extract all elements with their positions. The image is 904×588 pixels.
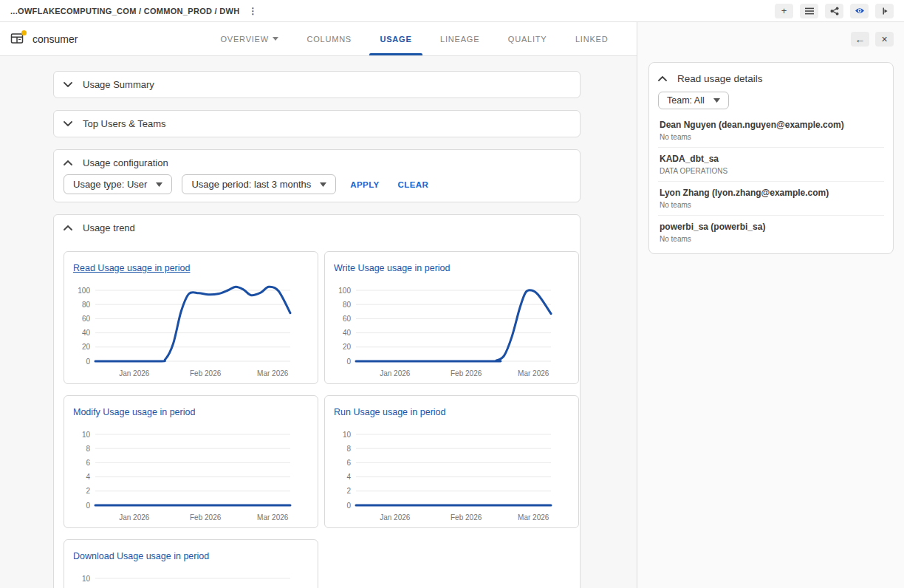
chart-card-read-usage: Read Usage usage in period 020406080100J… (64, 251, 318, 384)
chart-title-link[interactable]: Write Usage usage in period (334, 263, 451, 273)
chart-title-link[interactable]: Read Usage usage in period (73, 263, 190, 273)
chart-title-link[interactable]: Modify Usage usage in period (73, 407, 195, 417)
dropdown-value: Team: All (667, 95, 705, 106)
chart-card-modify-usage: Modify Usage usage in period 0246810Jan … (64, 395, 318, 528)
svg-text:10: 10 (82, 431, 91, 439)
details-panel-actions: ← × (637, 22, 904, 56)
breadcrumb-text: ...OWFLAKECOMPUTING_COM / COMMON_PROD / … (10, 7, 240, 16)
tab-lineage[interactable]: LINEAGE (430, 22, 490, 55)
apply-button[interactable]: APPLY (346, 177, 383, 192)
share-button[interactable] (825, 4, 843, 18)
tab-quality[interactable]: QUALITY (498, 22, 558, 55)
svg-text:0: 0 (346, 358, 351, 366)
main-row: consumer OVERVIEW COLUMNS USAGE LINEAGE … (0, 22, 904, 588)
user-name: powerbi_sa (powerbi_sa) (660, 222, 883, 233)
svg-text:Jan 2026: Jan 2026 (380, 369, 411, 377)
chevron-up-icon (64, 225, 72, 230)
svg-text:60: 60 (343, 315, 352, 323)
read-usage-line-chart: 020406080100Jan 2026Feb 2026Mar 2026 (73, 278, 310, 382)
back-button[interactable]: ← (851, 32, 869, 47)
dropdown-value: Usage type: User (73, 179, 147, 190)
download-usage-line-chart: 0246810Jan 2026Feb 2026Mar 2026 (73, 567, 310, 588)
svg-text:10: 10 (343, 431, 352, 439)
team-filter-dropdown[interactable]: Team: All (658, 92, 729, 109)
section-usage-trend-header[interactable]: Usage trend (54, 215, 580, 239)
tab-linked[interactable]: LINKED (565, 22, 619, 55)
run-usage-line-chart: 0246810Jan 2026Feb 2026Mar 2026 (334, 423, 571, 526)
section-usage-configuration: Usage configuration Usage type: User Usa… (53, 149, 581, 202)
caret-down-icon (273, 37, 278, 41)
tab-label: COLUMNS (307, 35, 352, 44)
usage-period-dropdown[interactable]: Usage period: last 3 months (182, 174, 336, 194)
panel-toggle-button[interactable] (875, 4, 894, 18)
section-usage-trend: Usage trend Read Usage usage in period 0… (53, 214, 581, 588)
left-column: consumer OVERVIEW COLUMNS USAGE LINEAGE … (0, 22, 637, 588)
page-title: consumer (32, 33, 78, 45)
svg-text:Feb 2026: Feb 2026 (451, 369, 482, 377)
chart-card-run-usage: Run Usage usage in period 0246810Jan 202… (324, 395, 579, 528)
svg-text:40: 40 (82, 329, 91, 337)
clear-button[interactable]: CLEAR (394, 177, 434, 192)
usage-user-row: Dean Nguyen (dean.nguyen@example.com) No… (658, 114, 884, 148)
svg-text:0: 0 (86, 358, 90, 366)
svg-text:Jan 2026: Jan 2026 (380, 513, 411, 522)
svg-text:2: 2 (86, 487, 90, 495)
kebab-menu-icon[interactable]: ⋮ (247, 6, 259, 16)
chart-card-download-usage: Download Usage usage in period 0246810Ja… (64, 539, 318, 588)
svg-text:Jan 2026: Jan 2026 (119, 369, 150, 377)
user-team: DATA OPERATIONS (660, 166, 883, 176)
chart-card-write-usage: Write Usage usage in period 020406080100… (324, 251, 579, 384)
svg-text:0: 0 (346, 502, 351, 510)
tab-label: OVERVIEW (220, 35, 269, 44)
tab-overview[interactable]: OVERVIEW (210, 22, 289, 55)
svg-text:20: 20 (343, 343, 352, 351)
section-usage-configuration-header[interactable]: Usage configuration (54, 150, 580, 174)
share-icon (830, 7, 839, 16)
watch-eye-button[interactable] (850, 4, 869, 18)
usage-user-row: Lyon Zhang (lyon.zhang@example.com) No t… (658, 182, 884, 216)
usage-config-controls: Usage type: User Usage period: last 3 mo… (54, 174, 580, 202)
entity-title-wrap: consumer (10, 22, 195, 55)
section-top-users-teams: Top Users & Teams (53, 110, 581, 137)
breadcrumb[interactable]: ...OWFLAKECOMPUTING_COM / COMMON_PROD / … (10, 6, 259, 16)
usage-users-list: Dean Nguyen (dean.nguyen@example.com) No… (658, 114, 884, 249)
usage-type-dropdown[interactable]: Usage type: User (64, 174, 172, 194)
tab-usage[interactable]: USAGE (369, 22, 422, 55)
section-label: Usage configuration (83, 157, 168, 168)
svg-text:8: 8 (86, 445, 90, 453)
menu-button[interactable] (800, 4, 818, 18)
section-label: Top Users & Teams (83, 118, 165, 129)
svg-text:Mar 2026: Mar 2026 (518, 513, 549, 522)
chart-title-link[interactable]: Download Usage usage in period (73, 551, 209, 561)
svg-text:6: 6 (346, 459, 351, 467)
svg-text:80: 80 (343, 301, 352, 309)
tab-bar: OVERVIEW COLUMNS USAGE LINEAGE QUALITY L… (202, 22, 626, 55)
chart-title-link[interactable]: Run Usage usage in period (334, 407, 446, 417)
svg-text:Mar 2026: Mar 2026 (257, 369, 289, 377)
svg-text:4: 4 (346, 473, 351, 481)
svg-text:Jan 2026: Jan 2026 (119, 513, 150, 522)
chevron-up-icon (658, 76, 667, 81)
details-title: Read usage details (677, 73, 763, 84)
svg-text:6: 6 (86, 459, 90, 467)
plus-icon: + (781, 6, 787, 16)
user-name: Lyon Zhang (lyon.zhang@example.com) (660, 188, 883, 199)
add-button[interactable]: + (775, 4, 793, 18)
svg-text:100: 100 (338, 287, 351, 295)
read-usage-details-header[interactable]: Read usage details (658, 72, 884, 92)
section-label: Usage trend (83, 222, 135, 233)
chevron-down-icon (64, 82, 72, 87)
tab-label: LINKED (575, 35, 609, 44)
user-name: Dean Nguyen (dean.nguyen@example.com) (660, 120, 883, 131)
tab-columns[interactable]: COLUMNS (296, 22, 362, 55)
svg-text:0: 0 (86, 502, 90, 510)
close-button[interactable]: × (875, 32, 894, 47)
svg-text:10: 10 (82, 575, 91, 583)
section-usage-summary-header[interactable]: Usage Summary (54, 72, 580, 98)
section-top-users-teams-header[interactable]: Top Users & Teams (54, 111, 580, 137)
caret-down-icon (156, 182, 162, 187)
eye-icon (855, 7, 865, 15)
chevron-down-icon (64, 121, 72, 126)
user-team: No teams (660, 132, 883, 142)
tab-label: USAGE (380, 35, 411, 44)
